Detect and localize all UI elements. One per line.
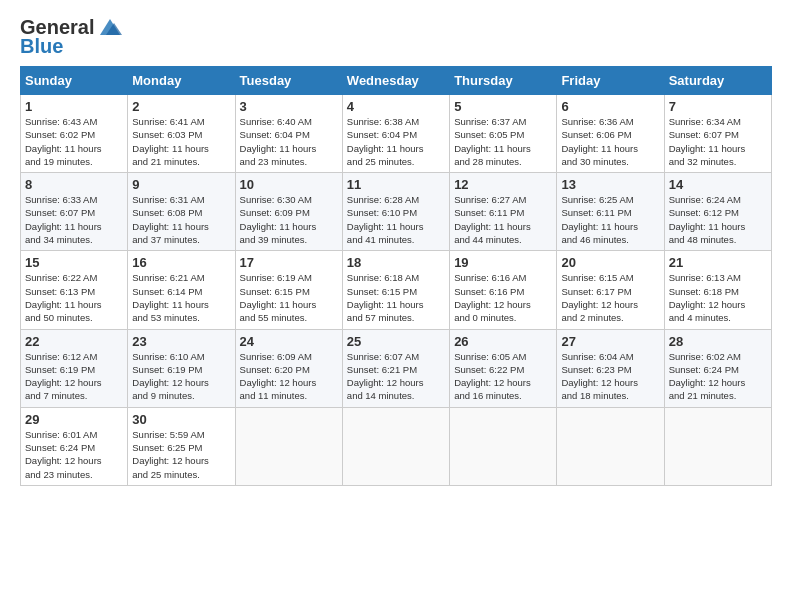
day-info: Sunrise: 6:02 AM Sunset: 6:24 PM Dayligh… [669,350,767,403]
day-number: 19 [454,255,552,270]
calendar-day-cell: 23Sunrise: 6:10 AM Sunset: 6:19 PM Dayli… [128,329,235,407]
day-info: Sunrise: 6:30 AM Sunset: 6:09 PM Dayligh… [240,193,338,246]
logo: General Blue [20,16,124,58]
day-info: Sunrise: 6:28 AM Sunset: 6:10 PM Dayligh… [347,193,445,246]
day-info: Sunrise: 6:19 AM Sunset: 6:15 PM Dayligh… [240,271,338,324]
calendar-day-cell: 4Sunrise: 6:38 AM Sunset: 6:04 PM Daylig… [342,95,449,173]
day-number: 8 [25,177,123,192]
day-info: Sunrise: 6:25 AM Sunset: 6:11 PM Dayligh… [561,193,659,246]
calendar-day-cell: 26Sunrise: 6:05 AM Sunset: 6:22 PM Dayli… [450,329,557,407]
calendar-day-cell: 30Sunrise: 5:59 AM Sunset: 6:25 PM Dayli… [128,407,235,485]
day-number: 11 [347,177,445,192]
day-info: Sunrise: 6:16 AM Sunset: 6:16 PM Dayligh… [454,271,552,324]
day-number: 25 [347,334,445,349]
header-tuesday: Tuesday [235,67,342,95]
header-monday: Monday [128,67,235,95]
calendar-day-cell: 7Sunrise: 6:34 AM Sunset: 6:07 PM Daylig… [664,95,771,173]
calendar-day-cell: 25Sunrise: 6:07 AM Sunset: 6:21 PM Dayli… [342,329,449,407]
calendar-week-row: 29Sunrise: 6:01 AM Sunset: 6:24 PM Dayli… [21,407,772,485]
day-number: 20 [561,255,659,270]
calendar-day-cell [235,407,342,485]
day-info: Sunrise: 6:34 AM Sunset: 6:07 PM Dayligh… [669,115,767,168]
day-info: Sunrise: 6:31 AM Sunset: 6:08 PM Dayligh… [132,193,230,246]
calendar-day-cell: 28Sunrise: 6:02 AM Sunset: 6:24 PM Dayli… [664,329,771,407]
calendar-day-cell: 11Sunrise: 6:28 AM Sunset: 6:10 PM Dayli… [342,173,449,251]
day-info: Sunrise: 6:33 AM Sunset: 6:07 PM Dayligh… [25,193,123,246]
calendar-day-cell: 13Sunrise: 6:25 AM Sunset: 6:11 PM Dayli… [557,173,664,251]
day-number: 27 [561,334,659,349]
day-number: 26 [454,334,552,349]
page-header: General Blue [20,16,772,58]
day-number: 30 [132,412,230,427]
calendar-header-row: SundayMondayTuesdayWednesdayThursdayFrid… [21,67,772,95]
day-info: Sunrise: 6:01 AM Sunset: 6:24 PM Dayligh… [25,428,123,481]
header-sunday: Sunday [21,67,128,95]
header-thursday: Thursday [450,67,557,95]
day-info: Sunrise: 6:38 AM Sunset: 6:04 PM Dayligh… [347,115,445,168]
day-info: Sunrise: 6:09 AM Sunset: 6:20 PM Dayligh… [240,350,338,403]
day-number: 15 [25,255,123,270]
day-info: Sunrise: 6:24 AM Sunset: 6:12 PM Dayligh… [669,193,767,246]
calendar-day-cell: 18Sunrise: 6:18 AM Sunset: 6:15 PM Dayli… [342,251,449,329]
calendar-day-cell [342,407,449,485]
day-number: 13 [561,177,659,192]
day-number: 2 [132,99,230,114]
header-wednesday: Wednesday [342,67,449,95]
calendar-day-cell: 14Sunrise: 6:24 AM Sunset: 6:12 PM Dayli… [664,173,771,251]
day-number: 23 [132,334,230,349]
calendar-week-row: 8Sunrise: 6:33 AM Sunset: 6:07 PM Daylig… [21,173,772,251]
calendar-day-cell: 17Sunrise: 6:19 AM Sunset: 6:15 PM Dayli… [235,251,342,329]
calendar-day-cell: 12Sunrise: 6:27 AM Sunset: 6:11 PM Dayli… [450,173,557,251]
logo-icon [96,17,124,39]
calendar-day-cell: 6Sunrise: 6:36 AM Sunset: 6:06 PM Daylig… [557,95,664,173]
calendar-day-cell: 20Sunrise: 6:15 AM Sunset: 6:17 PM Dayli… [557,251,664,329]
day-info: Sunrise: 6:41 AM Sunset: 6:03 PM Dayligh… [132,115,230,168]
calendar-day-cell: 3Sunrise: 6:40 AM Sunset: 6:04 PM Daylig… [235,95,342,173]
logo-blue-text: Blue [20,35,63,58]
calendar-day-cell: 5Sunrise: 6:37 AM Sunset: 6:05 PM Daylig… [450,95,557,173]
day-number: 22 [25,334,123,349]
day-number: 18 [347,255,445,270]
day-number: 21 [669,255,767,270]
header-friday: Friday [557,67,664,95]
calendar-table: SundayMondayTuesdayWednesdayThursdayFrid… [20,66,772,486]
day-info: Sunrise: 6:43 AM Sunset: 6:02 PM Dayligh… [25,115,123,168]
calendar-day-cell: 21Sunrise: 6:13 AM Sunset: 6:18 PM Dayli… [664,251,771,329]
day-number: 16 [132,255,230,270]
day-info: Sunrise: 6:10 AM Sunset: 6:19 PM Dayligh… [132,350,230,403]
day-info: Sunrise: 6:15 AM Sunset: 6:17 PM Dayligh… [561,271,659,324]
calendar-day-cell: 8Sunrise: 6:33 AM Sunset: 6:07 PM Daylig… [21,173,128,251]
day-info: Sunrise: 5:59 AM Sunset: 6:25 PM Dayligh… [132,428,230,481]
calendar-day-cell: 16Sunrise: 6:21 AM Sunset: 6:14 PM Dayli… [128,251,235,329]
calendar-day-cell [557,407,664,485]
day-number: 10 [240,177,338,192]
calendar-day-cell: 2Sunrise: 6:41 AM Sunset: 6:03 PM Daylig… [128,95,235,173]
day-number: 5 [454,99,552,114]
day-info: Sunrise: 6:27 AM Sunset: 6:11 PM Dayligh… [454,193,552,246]
calendar-week-row: 15Sunrise: 6:22 AM Sunset: 6:13 PM Dayli… [21,251,772,329]
calendar-day-cell: 9Sunrise: 6:31 AM Sunset: 6:08 PM Daylig… [128,173,235,251]
day-info: Sunrise: 6:21 AM Sunset: 6:14 PM Dayligh… [132,271,230,324]
day-number: 28 [669,334,767,349]
day-info: Sunrise: 6:40 AM Sunset: 6:04 PM Dayligh… [240,115,338,168]
day-info: Sunrise: 6:13 AM Sunset: 6:18 PM Dayligh… [669,271,767,324]
day-number: 12 [454,177,552,192]
calendar-day-cell: 27Sunrise: 6:04 AM Sunset: 6:23 PM Dayli… [557,329,664,407]
day-info: Sunrise: 6:12 AM Sunset: 6:19 PM Dayligh… [25,350,123,403]
calendar-day-cell: 10Sunrise: 6:30 AM Sunset: 6:09 PM Dayli… [235,173,342,251]
day-number: 9 [132,177,230,192]
calendar-day-cell [450,407,557,485]
calendar-week-row: 1Sunrise: 6:43 AM Sunset: 6:02 PM Daylig… [21,95,772,173]
calendar-day-cell: 19Sunrise: 6:16 AM Sunset: 6:16 PM Dayli… [450,251,557,329]
day-info: Sunrise: 6:05 AM Sunset: 6:22 PM Dayligh… [454,350,552,403]
day-number: 7 [669,99,767,114]
day-number: 14 [669,177,767,192]
day-number: 6 [561,99,659,114]
calendar-day-cell: 1Sunrise: 6:43 AM Sunset: 6:02 PM Daylig… [21,95,128,173]
calendar-day-cell: 15Sunrise: 6:22 AM Sunset: 6:13 PM Dayli… [21,251,128,329]
calendar-day-cell [664,407,771,485]
day-info: Sunrise: 6:04 AM Sunset: 6:23 PM Dayligh… [561,350,659,403]
calendar-day-cell: 29Sunrise: 6:01 AM Sunset: 6:24 PM Dayli… [21,407,128,485]
day-info: Sunrise: 6:36 AM Sunset: 6:06 PM Dayligh… [561,115,659,168]
day-number: 17 [240,255,338,270]
